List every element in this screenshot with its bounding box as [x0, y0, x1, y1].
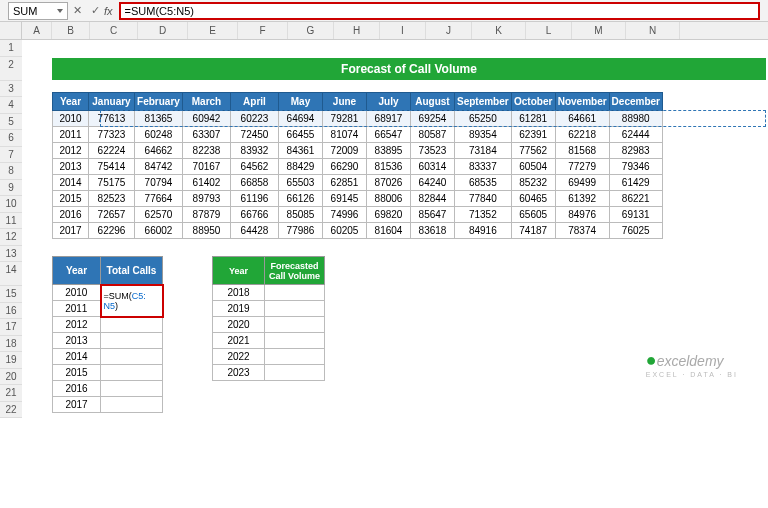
cell[interactable]: 62296	[89, 223, 135, 239]
cell[interactable]: 2019	[213, 301, 265, 317]
cell[interactable]: 62851	[323, 175, 367, 191]
cell[interactable]: 60248	[135, 127, 183, 143]
cell[interactable]: 83932	[231, 143, 279, 159]
cell[interactable]: 73523	[411, 143, 455, 159]
cell[interactable]: 60314	[411, 159, 455, 175]
cell[interactable]: 68917	[367, 111, 411, 127]
cell[interactable]: 70167	[183, 159, 231, 175]
cell[interactable]: 81536	[367, 159, 411, 175]
cell[interactable]: 61429	[609, 175, 662, 191]
cell[interactable]: 89354	[455, 127, 512, 143]
cell[interactable]: 62444	[609, 127, 662, 143]
col-header[interactable]: A	[22, 22, 52, 39]
cell[interactable]: 76025	[609, 223, 662, 239]
cell[interactable]: 60942	[183, 111, 231, 127]
cell[interactable]: 69820	[367, 207, 411, 223]
cell[interactable]: 61281	[511, 111, 555, 127]
cell[interactable]: 69499	[555, 175, 609, 191]
cell[interactable]: 70794	[135, 175, 183, 191]
cell[interactable]: 66290	[323, 159, 367, 175]
cell[interactable]: 2011	[53, 127, 89, 143]
cell[interactable]: 83337	[455, 159, 512, 175]
cell[interactable]: 81074	[323, 127, 367, 143]
row-header[interactable]: 5	[0, 114, 22, 131]
cell[interactable]	[101, 333, 163, 349]
row-header[interactable]: 8	[0, 163, 22, 180]
cell[interactable]: 88950	[183, 223, 231, 239]
cell[interactable]: 2013	[53, 159, 89, 175]
cell[interactable]: 66126	[279, 191, 323, 207]
col-header[interactable]: G	[288, 22, 334, 39]
row-header[interactable]: 16	[0, 303, 22, 320]
cell[interactable]: 77986	[279, 223, 323, 239]
row-header[interactable]: 1	[0, 40, 22, 57]
cell[interactable]: 2014	[53, 175, 89, 191]
cancel-icon[interactable]: ✕	[68, 4, 86, 17]
cell[interactable]	[265, 365, 325, 381]
cell[interactable]: 68535	[455, 175, 512, 191]
cell[interactable]: 2010	[53, 285, 101, 301]
cell[interactable]: 65605	[511, 207, 555, 223]
cell[interactable]	[265, 301, 325, 317]
name-box[interactable]: SUM	[8, 2, 68, 20]
row-header[interactable]: 20	[0, 369, 22, 386]
cell[interactable]: 69254	[411, 111, 455, 127]
row-header[interactable]: 14	[0, 262, 22, 286]
cell[interactable]: 2018	[213, 285, 265, 301]
row-header[interactable]: 7	[0, 147, 22, 164]
cell[interactable]: 62570	[135, 207, 183, 223]
cell[interactable]: 64662	[135, 143, 183, 159]
cell[interactable]: 88429	[279, 159, 323, 175]
cell[interactable]: 83895	[367, 143, 411, 159]
cell[interactable]: 62218	[555, 127, 609, 143]
cell[interactable]: 77323	[89, 127, 135, 143]
cell[interactable]	[265, 285, 325, 301]
row-header[interactable]: 17	[0, 319, 22, 336]
cell[interactable]: 71352	[455, 207, 512, 223]
cell[interactable]: 2014	[53, 349, 101, 365]
cell[interactable]: 73184	[455, 143, 512, 159]
cell[interactable]: 84916	[455, 223, 512, 239]
cell[interactable]: 72450	[231, 127, 279, 143]
row-header[interactable]: 6	[0, 130, 22, 147]
row-header[interactable]: 21	[0, 385, 22, 402]
cell[interactable]	[101, 349, 163, 365]
cell[interactable]: 2020	[213, 317, 265, 333]
cell[interactable]: 74996	[323, 207, 367, 223]
select-all[interactable]	[0, 22, 22, 39]
cell[interactable]: 66766	[231, 207, 279, 223]
cell[interactable]	[101, 365, 163, 381]
cell[interactable]: 2021	[213, 333, 265, 349]
row-header[interactable]: 9	[0, 180, 22, 197]
cell[interactable]: 2023	[213, 365, 265, 381]
cell[interactable]: 77840	[455, 191, 512, 207]
cell[interactable]: 60465	[511, 191, 555, 207]
col-header[interactable]: H	[334, 22, 380, 39]
cell[interactable]: 65503	[279, 175, 323, 191]
cell[interactable]: 2015	[53, 191, 89, 207]
col-header[interactable]: E	[188, 22, 238, 39]
col-header[interactable]: K	[472, 22, 526, 39]
cell[interactable]: 61392	[555, 191, 609, 207]
col-header[interactable]: N	[626, 22, 680, 39]
cell[interactable]: 60504	[511, 159, 555, 175]
cell[interactable]: 84361	[279, 143, 323, 159]
cell[interactable]: 60223	[231, 111, 279, 127]
cell[interactable]: 2011	[53, 301, 101, 317]
cell[interactable]: 62224	[89, 143, 135, 159]
cell[interactable]: 2010	[53, 111, 89, 127]
cell[interactable]: 69131	[609, 207, 662, 223]
cell[interactable]: 62391	[511, 127, 555, 143]
row-header[interactable]: 3	[0, 81, 22, 98]
row-header[interactable]: 4	[0, 97, 22, 114]
cell[interactable]: 79346	[609, 159, 662, 175]
row-header[interactable]: 11	[0, 213, 22, 230]
cell[interactable]: 72657	[89, 207, 135, 223]
cell[interactable]: 2017	[53, 223, 89, 239]
cell[interactable]	[265, 333, 325, 349]
row-header[interactable]: 15	[0, 286, 22, 303]
cell[interactable]: 64240	[411, 175, 455, 191]
cell[interactable]: 77562	[511, 143, 555, 159]
accept-icon[interactable]: ✓	[86, 4, 104, 17]
cell[interactable]: 64562	[231, 159, 279, 175]
